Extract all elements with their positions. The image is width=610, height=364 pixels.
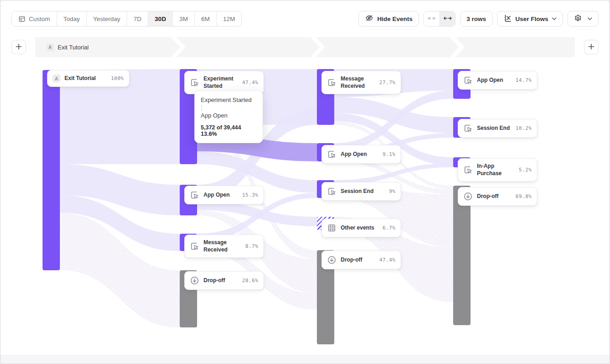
- node-percent: 27.7%: [379, 80, 396, 86]
- node-percent: 15.3%: [242, 192, 258, 198]
- add-step-before-button[interactable]: [11, 40, 26, 54]
- date-range-label: 6M: [201, 16, 210, 22]
- sankey-node-card-session-end[interactable]: Session End9%: [321, 182, 401, 201]
- node-label: Message Received: [341, 75, 375, 90]
- step-label: Exit Tutorial: [58, 44, 89, 51]
- node-percent: 6.7%: [383, 225, 396, 231]
- node-label: Drop-off: [477, 193, 511, 200]
- hide-events-button[interactable]: Hide Events: [359, 11, 419, 27]
- node-percent: 47.4%: [242, 80, 258, 86]
- node-percent: 28.6%: [242, 278, 258, 284]
- column-width-toggle: [423, 11, 455, 27]
- date-range-3m[interactable]: 3M: [172, 11, 194, 26]
- sankey-node-card-session-end[interactable]: Session End10.2%: [458, 119, 537, 138]
- sankey-node-card-other-events[interactable]: Other events6.7%: [321, 219, 401, 237]
- event-icon: [190, 190, 199, 200]
- view-label: User Flows: [515, 16, 548, 22]
- event-icon: [463, 123, 473, 133]
- node-percent: 8.7%: [246, 243, 259, 249]
- node-percent: 47.4%: [379, 257, 396, 263]
- step-letter-badge: A: [53, 75, 60, 82]
- sankey-node-card-exit-tutorial[interactable]: AExit Tutorial100%: [47, 70, 129, 87]
- node-label: App Open: [477, 77, 511, 84]
- date-range-yesterday[interactable]: Yesterday: [86, 11, 127, 26]
- node-percent: 9%: [389, 188, 396, 194]
- date-range-today[interactable]: Today: [57, 11, 86, 26]
- node-label: Exit Tutorial: [64, 75, 107, 82]
- flows-chart-icon: [503, 14, 512, 24]
- node-percent: 5.2%: [519, 167, 532, 173]
- sankey-node-card-app-open[interactable]: App Open14.7%: [458, 71, 537, 90]
- date-range-label: Today: [64, 16, 80, 22]
- date-range-label: 7D: [134, 16, 141, 22]
- date-range-12m[interactable]: 12M: [216, 11, 241, 26]
- chevron-down-icon: [588, 17, 592, 20]
- node-label: Drop-off: [341, 257, 375, 264]
- node-percent: 100%: [111, 75, 124, 81]
- node-percent: 9.1%: [383, 151, 396, 157]
- sankey-canvas: AExit Tutorial100%Experiment Started47.4…: [0, 57, 610, 355]
- drop-off-icon: [463, 192, 473, 201]
- date-range-6m[interactable]: 6M: [194, 11, 216, 26]
- node-percent: 14.7%: [515, 77, 532, 83]
- plus-icon: [16, 43, 22, 51]
- event-icon: [327, 187, 337, 196]
- date-range-custom[interactable]: Custom: [12, 11, 57, 26]
- flow-tooltip: Experiment Started App Open 5,372 of 39,…: [194, 91, 263, 143]
- node-label: Experiment Started: [203, 75, 238, 90]
- node-label: Message Received: [203, 239, 241, 253]
- sankey-node-bar-drop-off[interactable]: [453, 186, 471, 325]
- grid-icon: [327, 223, 337, 233]
- date-range-30d[interactable]: 30D: [148, 11, 172, 26]
- drop-off-icon: [327, 255, 337, 265]
- sankey-node-card-app-open[interactable]: App Open9.1%: [321, 145, 401, 164]
- collapse-columns-button[interactable]: [424, 11, 439, 26]
- view-selector-button[interactable]: User Flows: [497, 11, 563, 27]
- chevron-down-icon: [552, 17, 556, 20]
- node-label: Other events: [341, 225, 379, 232]
- footer-strip: [0, 355, 610, 364]
- add-step-after-button[interactable]: [584, 40, 599, 54]
- gear-icon: [574, 14, 582, 24]
- tooltip-step-connector: [201, 105, 202, 110]
- sankey-node-bar-exit-tutorial[interactable]: [43, 70, 60, 270]
- sankey-node-card-in-app-purchase[interactable]: In-App Purchase5.2%: [458, 158, 537, 182]
- node-label: Drop-off: [203, 277, 238, 284]
- rows-button[interactable]: 3 rows: [460, 11, 492, 27]
- sankey-node-card-message-received[interactable]: Message Received8.7%: [184, 235, 264, 258]
- node-label: Session End: [341, 188, 385, 195]
- steps-row: A Exit Tutorial: [0, 37, 610, 57]
- event-icon: [327, 150, 337, 159]
- user-flows-report-window: CustomTodayYesterday7D30D3M6M12M Hide Ev…: [0, 0, 610, 364]
- expand-columns-icon: [443, 16, 452, 22]
- event-icon: [327, 78, 337, 87]
- rows-label: 3 rows: [466, 16, 486, 22]
- plus-icon: [588, 43, 594, 51]
- step-separator-chevron: [311, 37, 325, 57]
- step-a-cell[interactable]: A Exit Tutorial: [46, 37, 89, 57]
- sankey-node-card-app-open[interactable]: App Open15.3%: [184, 186, 264, 204]
- calendar-icon: [18, 15, 26, 22]
- settings-menu-button[interactable]: [567, 11, 599, 27]
- expand-columns-button[interactable]: [439, 11, 455, 26]
- sankey-node-card-drop-off[interactable]: Drop-off69.8%: [458, 187, 537, 206]
- sankey-node-card-message-received[interactable]: Message Received27.7%: [321, 71, 401, 94]
- steps-bar[interactable]: A Exit Tutorial: [35, 37, 575, 57]
- date-range-label: 30D: [155, 16, 166, 22]
- tooltip-stats: 5,372 of 39,444 13.6%: [201, 124, 257, 137]
- sankey-node-card-drop-off[interactable]: Drop-off28.6%: [184, 271, 264, 290]
- sankey-node-card-drop-off[interactable]: Drop-off47.4%: [321, 251, 401, 269]
- sankey-flows-layer: [0, 57, 610, 355]
- event-icon: [463, 165, 473, 175]
- date-range-7d[interactable]: 7D: [127, 11, 148, 26]
- node-label: Session End: [477, 125, 511, 132]
- hide-events-label: Hide Events: [377, 16, 412, 22]
- toolbar-right: Hide Events 3 rows User Flows: [359, 11, 599, 27]
- event-icon: [190, 78, 199, 87]
- eye-off-icon: [365, 14, 374, 24]
- node-percent: 69.8%: [515, 193, 532, 199]
- step-letter-badge: A: [46, 43, 54, 51]
- node-label: App Open: [341, 151, 379, 158]
- tooltip-to-event: App Open: [201, 112, 257, 119]
- date-range-label: Custom: [29, 16, 50, 22]
